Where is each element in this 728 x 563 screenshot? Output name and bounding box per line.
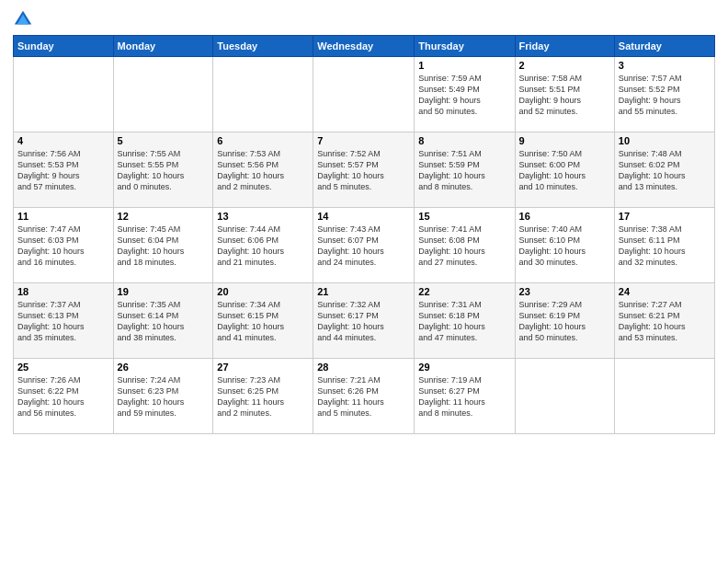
- day-number: 18: [17, 286, 109, 297]
- day-info: Sunrise: 7:57 AM Sunset: 5:52 PM Dayligh…: [619, 73, 711, 118]
- calendar-cell: 10Sunrise: 7:48 AM Sunset: 6:02 PM Dayli…: [614, 132, 714, 208]
- day-number: 29: [418, 362, 510, 373]
- calendar-header-tuesday: Tuesday: [213, 36, 313, 57]
- calendar-cell: 7Sunrise: 7:52 AM Sunset: 5:57 PM Daylig…: [313, 132, 415, 208]
- calendar-cell: 21Sunrise: 7:32 AM Sunset: 6:17 PM Dayli…: [313, 283, 415, 359]
- day-number: 4: [17, 135, 109, 146]
- day-info: Sunrise: 7:19 AM Sunset: 6:27 PM Dayligh…: [418, 374, 510, 419]
- calendar-cell: 23Sunrise: 7:29 AM Sunset: 6:19 PM Dayli…: [515, 283, 614, 359]
- day-info: Sunrise: 7:52 AM Sunset: 5:57 PM Dayligh…: [317, 148, 410, 193]
- calendar-week-4: 18Sunrise: 7:37 AM Sunset: 6:13 PM Dayli…: [14, 283, 715, 359]
- day-info: Sunrise: 7:56 AM Sunset: 5:53 PM Dayligh…: [17, 148, 109, 193]
- day-number: 8: [418, 135, 510, 146]
- day-number: 21: [317, 286, 410, 297]
- day-info: Sunrise: 7:24 AM Sunset: 6:23 PM Dayligh…: [118, 374, 210, 419]
- calendar-cell: 19Sunrise: 7:35 AM Sunset: 6:14 PM Dayli…: [113, 283, 213, 359]
- calendar-cell: 22Sunrise: 7:31 AM Sunset: 6:18 PM Dayli…: [415, 283, 515, 359]
- day-number: 26: [118, 362, 210, 373]
- calendar-cell: [614, 359, 714, 434]
- calendar-header-sunday: Sunday: [14, 36, 114, 57]
- day-number: 15: [418, 211, 510, 222]
- calendar-cell: 25Sunrise: 7:26 AM Sunset: 6:22 PM Dayli…: [14, 359, 114, 434]
- calendar-cell: 5Sunrise: 7:55 AM Sunset: 5:55 PM Daylig…: [113, 132, 213, 208]
- day-info: Sunrise: 7:21 AM Sunset: 6:26 PM Dayligh…: [317, 374, 410, 419]
- calendar-cell: 29Sunrise: 7:19 AM Sunset: 6:27 PM Dayli…: [415, 359, 515, 434]
- calendar-cell: 12Sunrise: 7:45 AM Sunset: 6:04 PM Dayli…: [113, 208, 213, 283]
- calendar-cell: 2Sunrise: 7:58 AM Sunset: 5:51 PM Daylig…: [515, 57, 614, 132]
- calendar-cell: 16Sunrise: 7:40 AM Sunset: 6:10 PM Dayli…: [515, 208, 614, 283]
- day-number: 14: [317, 211, 410, 222]
- day-number: 3: [619, 60, 711, 71]
- calendar-cell: 20Sunrise: 7:34 AM Sunset: 6:15 PM Dayli…: [213, 283, 313, 359]
- day-info: Sunrise: 7:29 AM Sunset: 6:19 PM Dayligh…: [519, 299, 610, 344]
- day-info: Sunrise: 7:58 AM Sunset: 5:51 PM Dayligh…: [519, 73, 610, 118]
- day-info: Sunrise: 7:37 AM Sunset: 6:13 PM Dayligh…: [17, 299, 109, 344]
- calendar-cell: 24Sunrise: 7:27 AM Sunset: 6:21 PM Dayli…: [614, 283, 714, 359]
- day-info: Sunrise: 7:32 AM Sunset: 6:17 PM Dayligh…: [317, 299, 410, 344]
- day-number: 6: [217, 135, 309, 146]
- day-number: 25: [17, 362, 109, 373]
- calendar-header-row: SundayMondayTuesdayWednesdayThursdayFrid…: [14, 36, 715, 57]
- calendar-week-2: 4Sunrise: 7:56 AM Sunset: 5:53 PM Daylig…: [14, 132, 715, 208]
- day-info: Sunrise: 7:44 AM Sunset: 6:06 PM Dayligh…: [217, 224, 309, 269]
- day-number: 1: [418, 60, 510, 71]
- calendar-header-saturday: Saturday: [614, 36, 714, 57]
- day-info: Sunrise: 7:40 AM Sunset: 6:10 PM Dayligh…: [519, 224, 610, 269]
- calendar-cell: 8Sunrise: 7:51 AM Sunset: 5:59 PM Daylig…: [415, 132, 515, 208]
- day-number: 20: [217, 286, 309, 297]
- day-number: 24: [619, 286, 711, 297]
- calendar-header-friday: Friday: [515, 36, 614, 57]
- calendar-cell: 11Sunrise: 7:47 AM Sunset: 6:03 PM Dayli…: [14, 208, 114, 283]
- logo-icon: [13, 9, 33, 29]
- day-info: Sunrise: 7:38 AM Sunset: 6:11 PM Dayligh…: [619, 224, 711, 269]
- day-info: Sunrise: 7:48 AM Sunset: 6:02 PM Dayligh…: [619, 148, 711, 193]
- calendar-cell: 9Sunrise: 7:50 AM Sunset: 6:00 PM Daylig…: [515, 132, 614, 208]
- day-number: 7: [317, 135, 410, 146]
- day-number: 27: [217, 362, 309, 373]
- day-info: Sunrise: 7:35 AM Sunset: 6:14 PM Dayligh…: [118, 299, 210, 344]
- day-number: 10: [619, 135, 711, 146]
- calendar-cell: 17Sunrise: 7:38 AM Sunset: 6:11 PM Dayli…: [614, 208, 714, 283]
- day-number: 12: [118, 211, 210, 222]
- calendar-cell: 3Sunrise: 7:57 AM Sunset: 5:52 PM Daylig…: [614, 57, 714, 132]
- day-number: 22: [418, 286, 510, 297]
- calendar-cell: [113, 57, 213, 132]
- page: SundayMondayTuesdayWednesdayThursdayFrid…: [0, 0, 728, 563]
- day-info: Sunrise: 7:55 AM Sunset: 5:55 PM Dayligh…: [118, 148, 210, 193]
- calendar-cell: 15Sunrise: 7:41 AM Sunset: 6:08 PM Dayli…: [415, 208, 515, 283]
- logo: [13, 9, 37, 29]
- calendar-cell: [213, 57, 313, 132]
- day-info: Sunrise: 7:31 AM Sunset: 6:18 PM Dayligh…: [418, 299, 510, 344]
- header: [13, 9, 715, 29]
- calendar-cell: 1Sunrise: 7:59 AM Sunset: 5:49 PM Daylig…: [415, 57, 515, 132]
- day-number: 17: [619, 211, 711, 222]
- calendar-week-3: 11Sunrise: 7:47 AM Sunset: 6:03 PM Dayli…: [14, 208, 715, 283]
- calendar-cell: [14, 57, 114, 132]
- day-info: Sunrise: 7:45 AM Sunset: 6:04 PM Dayligh…: [118, 224, 210, 269]
- day-number: 11: [17, 211, 109, 222]
- day-info: Sunrise: 7:26 AM Sunset: 6:22 PM Dayligh…: [17, 374, 109, 419]
- day-number: 23: [519, 286, 610, 297]
- calendar-cell: 26Sunrise: 7:24 AM Sunset: 6:23 PM Dayli…: [113, 359, 213, 434]
- calendar-cell: 14Sunrise: 7:43 AM Sunset: 6:07 PM Dayli…: [313, 208, 415, 283]
- calendar-cell: 28Sunrise: 7:21 AM Sunset: 6:26 PM Dayli…: [313, 359, 415, 434]
- day-info: Sunrise: 7:53 AM Sunset: 5:56 PM Dayligh…: [217, 148, 309, 193]
- day-info: Sunrise: 7:27 AM Sunset: 6:21 PM Dayligh…: [619, 299, 711, 344]
- day-info: Sunrise: 7:41 AM Sunset: 6:08 PM Dayligh…: [418, 224, 510, 269]
- day-info: Sunrise: 7:34 AM Sunset: 6:15 PM Dayligh…: [217, 299, 309, 344]
- day-number: 13: [217, 211, 309, 222]
- day-number: 28: [317, 362, 410, 373]
- calendar-cell: 6Sunrise: 7:53 AM Sunset: 5:56 PM Daylig…: [213, 132, 313, 208]
- calendar-cell: 18Sunrise: 7:37 AM Sunset: 6:13 PM Dayli…: [14, 283, 114, 359]
- calendar-cell: [515, 359, 614, 434]
- calendar-table: SundayMondayTuesdayWednesdayThursdayFrid…: [13, 35, 715, 434]
- day-number: 5: [118, 135, 210, 146]
- day-number: 9: [519, 135, 610, 146]
- day-info: Sunrise: 7:47 AM Sunset: 6:03 PM Dayligh…: [17, 224, 109, 269]
- day-info: Sunrise: 7:43 AM Sunset: 6:07 PM Dayligh…: [317, 224, 410, 269]
- calendar-cell: 13Sunrise: 7:44 AM Sunset: 6:06 PM Dayli…: [213, 208, 313, 283]
- day-info: Sunrise: 7:59 AM Sunset: 5:49 PM Dayligh…: [418, 73, 510, 118]
- day-number: 19: [118, 286, 210, 297]
- calendar-week-1: 1Sunrise: 7:59 AM Sunset: 5:49 PM Daylig…: [14, 57, 715, 132]
- day-info: Sunrise: 7:50 AM Sunset: 6:00 PM Dayligh…: [519, 148, 610, 193]
